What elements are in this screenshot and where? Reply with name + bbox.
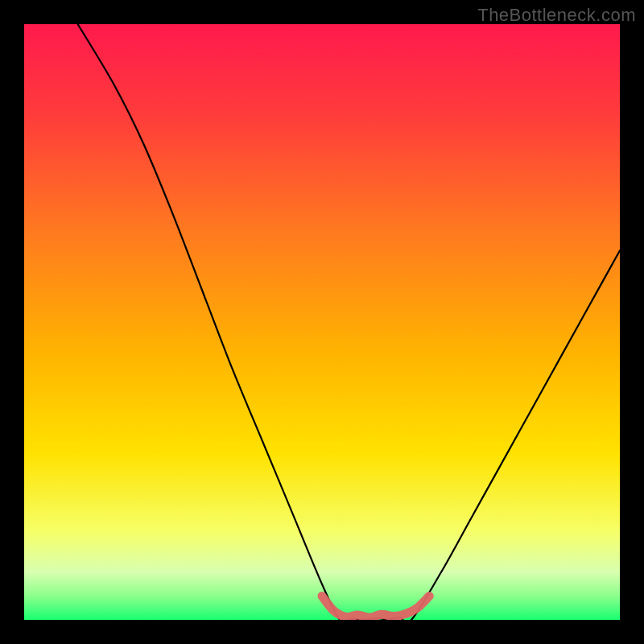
watermark-text: TheBottleneck.com (477, 5, 636, 26)
chart-svg (24, 24, 620, 620)
chart-plot (24, 24, 620, 620)
chart-frame: TheBottleneck.com (0, 0, 644, 644)
chart-background (24, 24, 620, 620)
